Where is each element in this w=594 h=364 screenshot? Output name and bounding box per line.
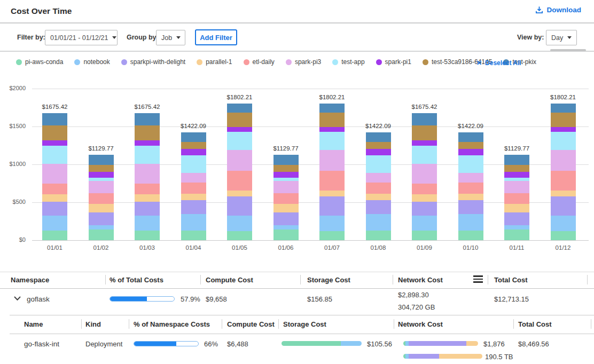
legend-item-pi-aws-conda[interactable]: pi-aws-conda (16, 58, 63, 66)
bar-segment-test-app[interactable] (89, 178, 114, 181)
group-by-dropdown[interactable]: Job (156, 30, 185, 45)
bar-segment-parallel-1[interactable] (273, 204, 299, 212)
bar-segment-test-app[interactable] (504, 178, 529, 181)
bar-segment-test-53ca9186-64145[interactable] (89, 165, 114, 172)
bar-segment-test-app[interactable] (366, 155, 391, 173)
bar-segment-test-53ca9186-64145[interactable] (42, 125, 67, 140)
bar-segment-parallel-1[interactable] (181, 194, 206, 200)
legend-item-etl-daily[interactable]: etl-daily (244, 58, 275, 66)
bar-segment-test-53ca9186-64145[interactable] (135, 125, 160, 140)
bar-segment-parallel-1[interactable] (551, 191, 576, 196)
legend-item-test-app[interactable]: test-app (332, 58, 364, 66)
bar-segment-test-53ca9186-64145[interactable] (227, 113, 252, 127)
bar-segment-parallel-1[interactable] (227, 191, 252, 196)
bar-segment-parallel-1[interactable] (42, 194, 67, 201)
bar-segment-test-pkix[interactable] (504, 155, 529, 165)
bar-segment-test-53ca9186-64145[interactable] (458, 142, 483, 149)
bar-segment-etl-daily[interactable] (504, 193, 529, 204)
bar-segment-test-pkix[interactable] (181, 132, 206, 141)
bar-segment-pi-aws-conda[interactable] (551, 231, 576, 240)
bar-segment-notebook[interactable] (89, 225, 114, 230)
bar-segment-spark-pi1[interactable] (181, 149, 206, 155)
bar-segment-test-pkix[interactable] (42, 113, 67, 125)
bar-segment-etl-daily[interactable] (412, 184, 437, 194)
bar-segment-spark-pi1[interactable] (366, 149, 391, 155)
bar-segment-notebook[interactable] (551, 216, 576, 231)
bar-segment-etl-daily[interactable] (227, 171, 252, 191)
bar-segment-test-pkix[interactable] (227, 104, 252, 113)
bar-segment-notebook[interactable] (227, 216, 252, 231)
bar-segment-sparkpi-with-delight[interactable] (42, 202, 67, 216)
chevron-down-icon[interactable] (14, 296, 21, 301)
bar-segment-sparkpi-with-delight[interactable] (551, 196, 576, 216)
bar-segment-test-pkix[interactable] (89, 155, 114, 165)
bar-segment-notebook[interactable] (504, 225, 529, 230)
bar-segment-test-pkix[interactable] (551, 104, 576, 113)
bar-segment-test-app[interactable] (273, 178, 299, 181)
bar-segment-spark-pi1[interactable] (504, 172, 529, 178)
bar-segment-test-app[interactable] (458, 155, 483, 173)
bar-segment-test-app[interactable] (319, 132, 345, 151)
scrollbar-thumb[interactable] (550, 49, 586, 51)
bar-segment-sparkpi-with-delight[interactable] (181, 200, 206, 214)
download-button[interactable]: Download (535, 6, 582, 14)
bar-segment-parallel-1[interactable] (89, 204, 114, 212)
bar-segment-notebook[interactable] (135, 216, 160, 231)
bar-segment-sparkpi-with-delight[interactable] (319, 196, 345, 216)
bar-segment-test-53ca9186-64145[interactable] (181, 142, 206, 149)
bar-segment-test-app[interactable] (551, 132, 576, 151)
bar-segment-spark-pi1[interactable] (551, 127, 576, 132)
bar-segment-test-pkix[interactable] (319, 104, 345, 113)
deselect-all-button[interactable]: ✕ Deselect All (476, 59, 521, 67)
bar-segment-spark-pi1[interactable] (135, 140, 160, 146)
bar-segment-notebook[interactable] (181, 214, 206, 231)
bar-segment-spark-pi3[interactable] (319, 150, 345, 170)
bar-segment-spark-pi3[interactable] (504, 181, 529, 193)
bar-segment-test-pkix[interactable] (273, 155, 299, 165)
bar-segment-test-53ca9186-64145[interactable] (551, 113, 576, 127)
bar-segment-spark-pi3[interactable] (227, 150, 252, 170)
bar-segment-spark-pi1[interactable] (412, 140, 437, 146)
bar-segment-spark-pi1[interactable] (273, 172, 299, 178)
date-range-dropdown[interactable]: 01/01/21 - 01/12/21 (45, 30, 118, 45)
bar-segment-pi-aws-conda[interactable] (42, 231, 67, 240)
bar-segment-test-pkix[interactable] (366, 132, 391, 141)
bar-segment-test-app[interactable] (181, 155, 206, 173)
bar-segment-sparkpi-with-delight[interactable] (89, 212, 114, 225)
bar-segment-parallel-1[interactable] (319, 191, 345, 196)
bar-segment-test-53ca9186-64145[interactable] (504, 165, 529, 172)
bar-segment-test-53ca9186-64145[interactable] (319, 113, 345, 127)
bar-segment-test-app[interactable] (412, 146, 437, 163)
bar-segment-pi-aws-conda[interactable] (366, 231, 391, 240)
bar-segment-sparkpi-with-delight[interactable] (227, 196, 252, 216)
bar-segment-sparkpi-with-delight[interactable] (135, 202, 160, 216)
bar-segment-spark-pi1[interactable] (89, 172, 114, 178)
bar-segment-etl-daily[interactable] (551, 171, 576, 191)
bar-segment-spark-pi3[interactable] (89, 181, 114, 193)
legend-item-spark-pi3[interactable]: spark-pi3 (286, 58, 321, 66)
bar-segment-spark-pi3[interactable] (42, 164, 67, 184)
bar-segment-pi-aws-conda[interactable] (135, 231, 160, 240)
bar-segment-pi-aws-conda[interactable] (273, 230, 299, 240)
bar-segment-spark-pi3[interactable] (181, 173, 206, 182)
bar-segment-spark-pi3[interactable] (273, 181, 299, 193)
bar-segment-spark-pi3[interactable] (458, 173, 483, 182)
view-by-dropdown[interactable]: Day (546, 30, 577, 45)
bar-segment-pi-aws-conda[interactable] (458, 231, 483, 240)
bar-segment-spark-pi3[interactable] (366, 173, 391, 182)
bar-segment-sparkpi-with-delight[interactable] (366, 200, 391, 214)
bar-segment-spark-pi1[interactable] (458, 149, 483, 155)
bar-segment-parallel-1[interactable] (412, 194, 437, 201)
bar-segment-sparkpi-with-delight[interactable] (504, 212, 529, 225)
bar-segment-pi-aws-conda[interactable] (319, 231, 345, 240)
bar-segment-test-53ca9186-64145[interactable] (273, 165, 299, 172)
bar-segment-etl-daily[interactable] (42, 184, 67, 194)
bar-segment-etl-daily[interactable] (135, 184, 160, 194)
bar-segment-parallel-1[interactable] (135, 194, 160, 201)
add-filter-button[interactable]: Add Filter (195, 29, 237, 45)
bar-segment-notebook[interactable] (412, 216, 437, 231)
bar-segment-pi-aws-conda[interactable] (89, 230, 114, 240)
legend-item-sparkpi-with-delight[interactable]: sparkpi-with-delight (121, 58, 185, 66)
bar-segment-spark-pi1[interactable] (42, 140, 67, 146)
bar-segment-notebook[interactable] (273, 225, 299, 230)
